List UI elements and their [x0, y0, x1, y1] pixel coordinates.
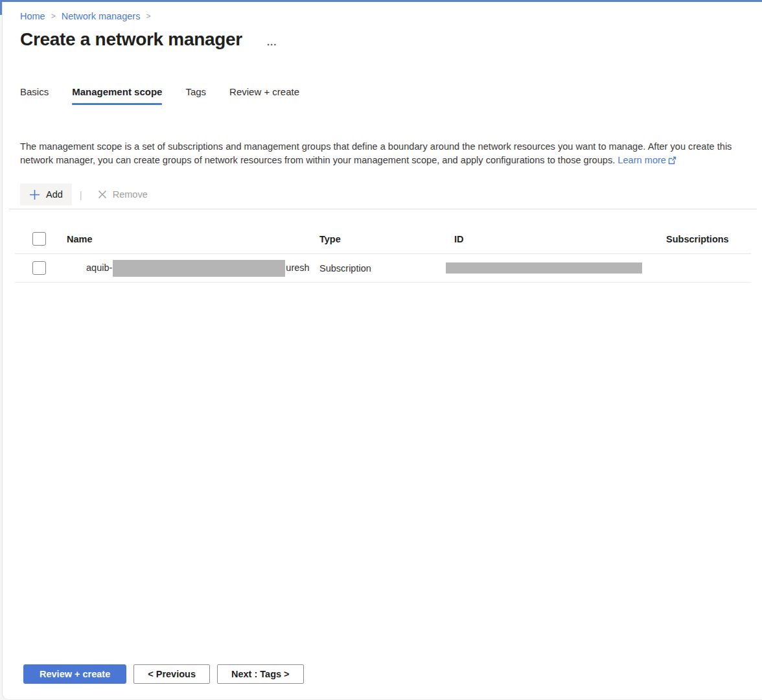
header-checkbox-cell [15, 232, 67, 246]
learn-more-label: Learn more [618, 155, 666, 165]
select-all-checkbox[interactable] [32, 232, 46, 246]
breadcrumb-home-link[interactable]: Home [20, 11, 45, 21]
review-create-button[interactable]: Review + create [23, 664, 126, 684]
cell-id [454, 262, 666, 274]
next-tags-button[interactable]: Next : Tags > [217, 664, 304, 684]
footer-actions: Review + create < Previous Next : Tags > [20, 664, 746, 699]
remove-button[interactable]: Remove [89, 183, 157, 205]
name-suffix: uresh [286, 262, 309, 272]
external-link-icon [668, 156, 676, 165]
more-options-icon[interactable]: ... [267, 36, 277, 47]
cell-name: aquib-uresh [67, 260, 319, 277]
name-redaction-block [113, 260, 285, 277]
column-header-subscriptions: Subscriptions [666, 234, 751, 244]
chevron-right-icon: > [51, 12, 56, 21]
tab-management-scope[interactable]: Management scope [72, 82, 162, 105]
breadcrumb-network-managers-link[interactable]: Network managers [62, 11, 141, 21]
tab-basics[interactable]: Basics [20, 82, 49, 105]
breadcrumb: Home > Network managers > [20, 11, 746, 21]
toolbar-divider: | [80, 189, 82, 200]
tab-review-create[interactable]: Review + create [229, 82, 299, 105]
table-row[interactable]: aquib-uresh Subscription [15, 254, 751, 283]
panel-top-accent [0, 0, 762, 2]
page-title: Create a network manager [20, 29, 242, 50]
title-row: Create a network manager ... [20, 29, 746, 50]
panel-left-accent [0, 0, 2, 15]
learn-more-link[interactable]: Learn more [618, 155, 676, 165]
select-row-checkbox[interactable] [32, 261, 46, 275]
create-network-manager-panel: Home > Network managers > Create a netwo… [2, 2, 762, 700]
tab-bar: Basics Management scope Tags Review + cr… [20, 82, 746, 105]
column-header-id: ID [454, 234, 666, 244]
add-button[interactable]: Add [20, 183, 72, 205]
scope-toolbar: Add | Remove [20, 183, 746, 205]
id-redaction-block [446, 262, 642, 274]
tab-tags[interactable]: Tags [185, 82, 206, 105]
scope-table: Name Type ID Subscriptions aquib-uresh S… [15, 224, 751, 283]
row-checkbox-cell [15, 261, 67, 275]
column-header-type: Type [319, 234, 454, 244]
cell-type: Subscription [319, 263, 454, 274]
remove-button-label: Remove [113, 189, 148, 200]
toolbar-bottom-divider [9, 209, 757, 209]
plus-icon [29, 189, 40, 200]
name-prefix: aquib- [86, 262, 112, 272]
column-header-name: Name [67, 234, 319, 244]
add-button-label: Add [46, 189, 63, 200]
chevron-right-icon: > [145, 12, 151, 21]
x-icon [98, 190, 107, 199]
management-scope-description: The management scope is a set of subscri… [20, 140, 745, 167]
table-header-row: Name Type ID Subscriptions [15, 224, 751, 254]
previous-button[interactable]: < Previous [133, 664, 210, 684]
